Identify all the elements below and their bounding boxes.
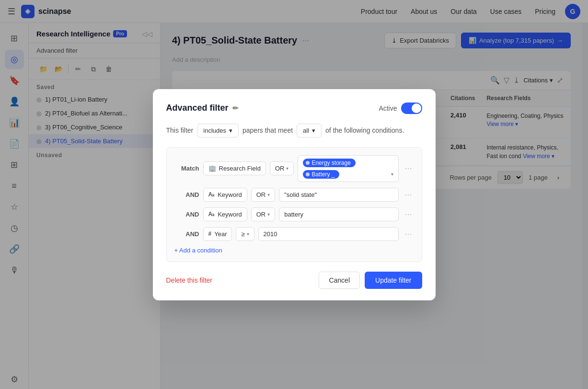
- cond-value-3[interactable]: battery: [279, 207, 399, 221]
- modal-overlay: Advanced filter ✏ Active This filter inc…: [0, 0, 588, 389]
- footer-buttons: Cancel Update filter: [319, 272, 422, 289]
- cond-op-2[interactable]: OR ▾: [251, 188, 276, 202]
- condition-row-3: AND Aₖ Keyword OR ▾ battery ···: [174, 207, 414, 221]
- active-toggle[interactable]: [401, 103, 422, 114]
- cond-op-3[interactable]: OR ▾: [251, 207, 276, 221]
- tag-energy-storage[interactable]: Energy storage: [303, 159, 355, 167]
- keyword-icon: Aₖ: [208, 191, 215, 198]
- row-more-icon-2[interactable]: ···: [403, 190, 414, 200]
- filter-sentence: This filter includes ▾ papers that meet …: [166, 124, 422, 137]
- modal-footer: Delete this filter Cancel Update filter: [166, 272, 422, 289]
- toggle-circle: [412, 103, 421, 113]
- chevron-down-icon: ▾: [312, 127, 315, 134]
- condition-row-1: Match 🏢 Research Field OR ▾ Energy stora…: [174, 155, 414, 182]
- pill-dot: [306, 161, 310, 165]
- chevron-icon: ▾: [247, 231, 249, 237]
- keyword-icon: Aₖ: [208, 211, 215, 217]
- cond-op-4[interactable]: ≥ ▾: [236, 227, 254, 241]
- chevron-icon: ▾: [286, 166, 288, 171]
- update-filter-button[interactable]: Update filter: [365, 272, 422, 289]
- cond-op-1[interactable]: OR ▾: [270, 161, 294, 175]
- condition-row-2: AND Aₖ Keyword OR ▾ "solid state" ···: [174, 188, 414, 202]
- cond-value-1[interactable]: Energy storage Battery _ ▾: [298, 155, 399, 182]
- chevron-icon: ▾: [267, 212, 270, 217]
- cond-label-4: AND: [174, 230, 199, 238]
- delete-filter-button[interactable]: Delete this filter: [166, 276, 212, 284]
- tag-battery[interactable]: Battery _: [303, 170, 339, 179]
- pill-dot: [306, 172, 310, 176]
- condition-row-4: AND # Year ≥ ▾ 2010 ···: [174, 227, 414, 241]
- add-condition-button[interactable]: + Add a condition: [174, 247, 222, 254]
- row-more-icon-1[interactable]: ···: [403, 163, 414, 173]
- expand-tags-icon[interactable]: ▾: [391, 172, 393, 177]
- modal-header: Advanced filter ✏ Active: [166, 103, 422, 114]
- chevron-icon: ▾: [267, 192, 270, 197]
- cond-label-3: AND: [174, 211, 199, 218]
- cond-label-2: AND: [174, 191, 199, 198]
- cond-type-2[interactable]: Aₖ Keyword: [203, 188, 247, 202]
- row-more-icon-4[interactable]: ···: [403, 229, 414, 239]
- conditions-box: Match 🏢 Research Field OR ▾ Energy stora…: [166, 147, 422, 262]
- edit-title-icon[interactable]: ✏: [232, 104, 239, 113]
- advanced-filter-modal: Advanced filter ✏ Active This filter inc…: [153, 89, 436, 300]
- cancel-button[interactable]: Cancel: [319, 272, 360, 289]
- cond-type-3[interactable]: Aₖ Keyword: [203, 207, 247, 221]
- cond-type-1[interactable]: 🏢 Research Field: [203, 161, 266, 175]
- modal-title: Advanced filter ✏: [166, 103, 239, 113]
- cond-type-4[interactable]: # Year: [203, 227, 232, 241]
- active-toggle-row: Active: [379, 103, 422, 114]
- includes-select[interactable]: includes ▾: [197, 124, 239, 137]
- all-select[interactable]: all ▾: [297, 124, 322, 137]
- cond-value-2[interactable]: "solid state": [279, 188, 399, 202]
- hash-icon: #: [208, 230, 212, 237]
- cond-value-4[interactable]: 2010: [258, 227, 399, 241]
- building-icon: 🏢: [208, 165, 216, 172]
- chevron-down-icon: ▾: [229, 127, 232, 134]
- cond-label-1: Match: [174, 165, 199, 172]
- row-more-icon-3[interactable]: ···: [403, 209, 414, 219]
